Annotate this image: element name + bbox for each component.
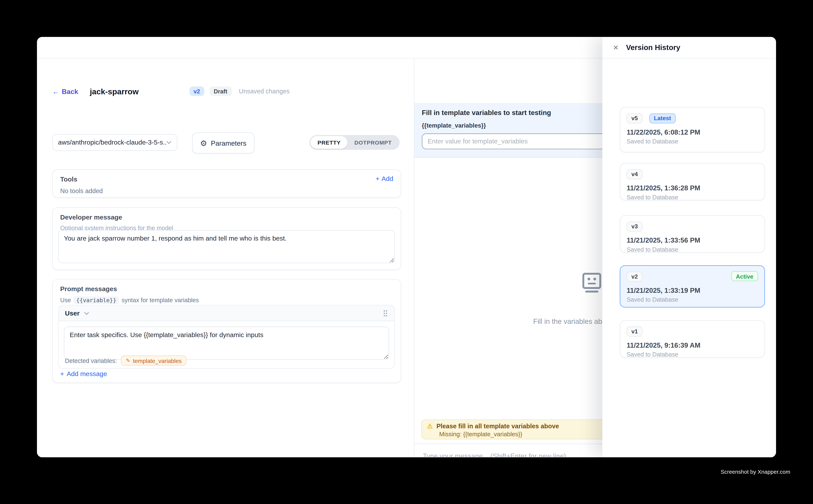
- version-badge: v2: [189, 86, 205, 96]
- tab-dotprompt[interactable]: DOTPROMPT: [348, 136, 399, 149]
- add-message-button[interactable]: + Add message: [60, 370, 107, 378]
- version-status: Saved to Database: [627, 194, 758, 200]
- prompt-messages-title: Prompt messages: [60, 285, 393, 293]
- tools-card: Tools + Add No tools added: [52, 169, 401, 198]
- tools-title: Tools: [60, 176, 393, 183]
- version-timestamp: 11/21/2025, 1:33:56 PM: [627, 236, 758, 244]
- version-card-v1[interactable]: v1 11/21/2025, 9:16:39 AM Saved to Datab…: [620, 320, 765, 358]
- version-chip: v1: [627, 326, 643, 336]
- version-timestamp: 11/21/2025, 1:33:19 PM: [627, 286, 758, 294]
- hint-suffix: syntax for template variables: [121, 297, 199, 303]
- prompt-message-textarea[interactable]: Enter task specifics. Use {{template_var…: [64, 327, 389, 360]
- bot-icon: [581, 272, 603, 294]
- tools-empty-text: No tools added: [60, 187, 393, 195]
- back-label: Back: [62, 87, 78, 95]
- version-status: Saved to Database: [627, 246, 758, 252]
- version-timestamp: 11/21/2025, 9:16:39 AM: [627, 341, 758, 349]
- version-status: Saved to Database: [627, 138, 758, 144]
- page-title: jack-sparrow: [90, 87, 138, 96]
- screenshot-stage: ← Back jack-sparrow v2 Draft Unsaved cha…: [0, 0, 813, 504]
- detected-variable-name: template_variables: [133, 357, 182, 364]
- view-mode-toggle: PRETTY DOTPROMPT: [310, 135, 400, 150]
- chevron-down-icon: [166, 141, 172, 144]
- model-select-value: aws/anthropic/bedrock-claude-3-5-s...: [58, 139, 166, 146]
- draft-badge: Draft: [210, 86, 232, 96]
- warning-title-text: Please fill in all template variables ab…: [436, 423, 559, 430]
- template-syntax-hint: Use {{variable}} syntax for template var…: [60, 296, 393, 304]
- role-select-value: User: [65, 309, 79, 317]
- close-icon[interactable]: ✕: [613, 44, 619, 51]
- hint-prefix: Use: [60, 297, 71, 303]
- detected-variable-chip[interactable]: ✎ template_variables: [121, 356, 186, 366]
- plus-icon: +: [60, 370, 64, 378]
- message-role-row: User: [59, 305, 394, 321]
- add-message-label: Add message: [67, 370, 107, 378]
- version-card-v3[interactable]: v3 11/21/2025, 1:33:56 PM Saved to Datab…: [620, 215, 765, 253]
- tab-pretty[interactable]: PRETTY: [311, 136, 348, 149]
- version-chip: v4: [627, 169, 643, 179]
- fill-variables-title: Fill in template variables to start test…: [422, 109, 551, 117]
- detected-variables-row: Detected variables: ✎ template_variables: [65, 356, 389, 366]
- version-history-panel: ✕ Version History v5 Latest 11/22/2025, …: [602, 37, 776, 457]
- version-history-title: Version History: [626, 43, 680, 52]
- gear-icon: ⚙: [200, 139, 207, 147]
- version-status: Saved to Database: [627, 351, 758, 357]
- version-card-v2-active[interactable]: v2 Active 11/21/2025, 1:33:19 PM Saved t…: [620, 265, 765, 308]
- chevron-down-icon[interactable]: [84, 311, 89, 315]
- active-badge: Active: [731, 271, 758, 281]
- breadcrumb: ← Back jack-sparrow v2 Draft Unsaved cha…: [52, 84, 403, 98]
- version-chip: v5: [627, 113, 643, 123]
- version-history-header: ✕ Version History: [602, 37, 776, 59]
- version-chip: v2: [627, 271, 643, 282]
- unsaved-changes-label: Unsaved changes: [239, 88, 290, 95]
- back-arrow-icon: ←: [52, 87, 59, 95]
- developer-message-textarea[interactable]: You are jack sparrow number 1, respond a…: [58, 230, 395, 263]
- template-variable-label: {{template_variables}}: [422, 122, 486, 129]
- version-status: Saved to Database: [627, 296, 758, 303]
- version-chip: v3: [627, 221, 643, 232]
- detected-variables-label: Detected variables:: [65, 357, 117, 364]
- latest-badge: Latest: [649, 113, 676, 123]
- pencil-icon: ✎: [126, 358, 130, 363]
- warning-icon: ⚠: [427, 423, 433, 429]
- parameters-button[interactable]: ⚙ Parameters: [192, 132, 254, 153]
- add-tool-button[interactable]: + Add: [376, 175, 393, 183]
- version-timestamp: 11/22/2025, 6:08:12 PM: [627, 128, 758, 136]
- prompt-messages-card: Prompt messages Use {{variable}} syntax …: [52, 279, 401, 383]
- add-tool-label: Add: [382, 175, 393, 183]
- model-select[interactable]: aws/anthropic/bedrock-claude-3-5-s...: [52, 134, 177, 151]
- drag-handle-icon[interactable]: [383, 309, 388, 317]
- developer-message-title: Developer message: [60, 214, 393, 221]
- watermark-label: Screenshot by Xnapper.com: [0, 468, 790, 475]
- app-window: ← Back jack-sparrow v2 Draft Unsaved cha…: [37, 37, 776, 457]
- plus-icon: +: [376, 175, 380, 183]
- parameters-label: Parameters: [211, 139, 246, 147]
- version-card-v5[interactable]: v5 Latest 11/22/2025, 6:08:12 PM Saved t…: [620, 107, 765, 152]
- version-card-v4[interactable]: v4 11/21/2025, 1:36:28 PM Saved to Datab…: [620, 163, 765, 200]
- variable-syntax-chip: {{variable}}: [73, 296, 119, 304]
- version-timestamp: 11/21/2025, 1:36:28 PM: [627, 184, 758, 192]
- prompt-message-block: User Enter task spe: [58, 305, 395, 369]
- model-toolbar: aws/anthropic/bedrock-claude-3-5-s... ⚙ …: [52, 134, 400, 151]
- prompt-editor-pane: ← Back jack-sparrow v2 Draft Unsaved cha…: [37, 59, 414, 457]
- back-button[interactable]: ← Back: [52, 87, 78, 95]
- developer-message-card: Developer message Optional system instru…: [52, 207, 401, 270]
